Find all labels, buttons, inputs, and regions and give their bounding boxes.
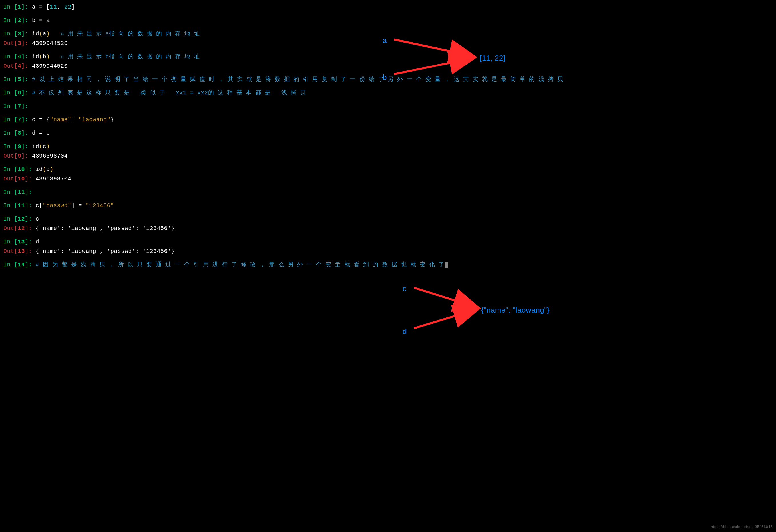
prompt-number: 12 bbox=[18, 225, 25, 232]
prompt-number: 11 bbox=[18, 202, 25, 209]
reference-diagram-cd: c d {"name": "laowang"} bbox=[400, 277, 628, 340]
token-code: } bbox=[111, 116, 114, 123]
token-paren: ( bbox=[39, 143, 43, 150]
prompt-number: 13 bbox=[18, 248, 25, 255]
token-paren: ) bbox=[46, 31, 50, 37]
prompt-number: 6 bbox=[18, 90, 21, 96]
prompt-number: 7 bbox=[18, 116, 21, 123]
in-prompt: In [ bbox=[3, 189, 18, 196]
input-line: In [12]: c bbox=[3, 214, 773, 224]
prompt-number: 2 bbox=[18, 17, 21, 24]
token-paren: ) bbox=[50, 166, 54, 173]
token-output: 4399944520 bbox=[32, 63, 68, 69]
out-prompt: Out[ bbox=[3, 40, 18, 46]
out-prompt: Out[ bbox=[3, 63, 18, 69]
token-code: c bbox=[32, 116, 39, 123]
in-prompt: In [ bbox=[3, 261, 18, 268]
token-code: d bbox=[36, 239, 39, 245]
prompt-number: 14 bbox=[18, 261, 25, 268]
token-paren: ) bbox=[46, 143, 50, 150]
token-output: {'name': 'laowang', 'passwd': '123456'} bbox=[36, 225, 175, 232]
input-line: In [4]: id(b) # 用 来 显 示 b指 向 的 数 据 的 内 存… bbox=[3, 52, 773, 61]
prompt-number: 8 bbox=[18, 130, 21, 137]
token-code: [ bbox=[46, 4, 50, 10]
prompt-number: 3 bbox=[18, 31, 21, 37]
token-number: 22 bbox=[64, 4, 71, 10]
in-prompt: In [ bbox=[3, 116, 18, 123]
token-code: b bbox=[32, 17, 39, 24]
input-line: In [6]: # 不 仅 列 表 是 这 样 只 要 是 类 似 于 xx1 … bbox=[3, 88, 773, 97]
output-line: Out[13]: {'name': 'laowang', 'passwd': '… bbox=[3, 247, 773, 256]
token-code: a bbox=[32, 4, 39, 10]
token-comment: # 不 仅 列 表 是 这 样 只 要 是 类 似 于 xx1 = xx2的 这… bbox=[32, 90, 306, 96]
token-code: a bbox=[46, 17, 50, 24]
out-prompt: Out[ bbox=[3, 225, 18, 232]
token-code: c[ bbox=[36, 202, 43, 209]
prompt-number: 11 bbox=[18, 189, 25, 196]
token-output: {'name': 'laowang', 'passwd': '123456'} bbox=[36, 248, 175, 255]
prompt-number: 4 bbox=[18, 63, 21, 69]
token-code: , bbox=[57, 4, 64, 10]
in-prompt: In [ bbox=[3, 76, 18, 83]
token-paren: ) bbox=[46, 53, 50, 60]
token-paren: ( bbox=[39, 53, 43, 60]
prompt-number: 5 bbox=[18, 76, 21, 83]
in-prompt: In [ bbox=[3, 130, 18, 137]
token-comment: # 用 来 显 示 b指 向 的 数 据 的 内 存 地 址 bbox=[60, 53, 200, 60]
output-line: Out[3]: 4399944520 bbox=[3, 38, 773, 48]
svg-line-5 bbox=[414, 310, 475, 328]
input-line: In [8]: d = c bbox=[3, 128, 773, 138]
ipython-terminal[interactable]: In [1]: a = [11, 22]In [2]: b = aIn [3]:… bbox=[3, 2, 773, 269]
token-code: : bbox=[71, 116, 78, 123]
in-prompt: In [ bbox=[3, 103, 18, 109]
cursor-icon bbox=[445, 262, 448, 268]
token-code: d bbox=[32, 130, 39, 137]
prompt-number: 4 bbox=[18, 53, 21, 60]
prompt-number: 1 bbox=[18, 4, 21, 10]
in-prompt: In [ bbox=[3, 239, 18, 245]
token-code: = bbox=[39, 4, 46, 10]
prompt-number: 9 bbox=[18, 153, 21, 159]
token-string: "123456" bbox=[86, 202, 114, 209]
in-prompt: In [ bbox=[3, 143, 18, 150]
prompt-number: 10 bbox=[18, 166, 25, 173]
in-prompt: In [ bbox=[3, 17, 18, 24]
input-line: In [13]: d bbox=[3, 237, 773, 247]
output-line: Out[10]: 4396398704 bbox=[3, 174, 773, 184]
input-line: In [7]: bbox=[3, 101, 773, 111]
token-code: ] bbox=[71, 4, 75, 10]
token-code: c bbox=[36, 216, 39, 222]
input-line: In [2]: b = a bbox=[3, 16, 773, 25]
input-line: In [7]: c = {"name": "laowang"} bbox=[3, 115, 773, 124]
token-comment: # 因 为 都 是 浅 拷 贝 ， 所 以 只 要 通 过 一 个 引 用 进 … bbox=[36, 261, 444, 268]
token-output: 4396398704 bbox=[36, 176, 71, 182]
input-line: In [5]: # 以 上 结 果 相 同 ， 说 明 了 当 给 一 个 变 … bbox=[3, 75, 773, 84]
in-prompt: In [ bbox=[3, 202, 18, 209]
token-code: = bbox=[39, 17, 46, 24]
token-string: "name" bbox=[50, 116, 71, 123]
input-line: In [1]: a = [11, 22] bbox=[3, 2, 773, 12]
in-prompt: In [ bbox=[3, 31, 18, 37]
token-paren: ( bbox=[39, 31, 43, 37]
token-code bbox=[50, 53, 61, 60]
token-code: a bbox=[43, 31, 46, 37]
token-code: d bbox=[46, 166, 50, 173]
token-code: id bbox=[36, 166, 43, 173]
prompt-number: 7 bbox=[18, 103, 21, 109]
token-code: id bbox=[32, 53, 39, 60]
token-code: = bbox=[78, 202, 86, 209]
token-output: 4399944520 bbox=[32, 40, 68, 46]
prompt-number: 12 bbox=[18, 216, 25, 222]
watermark: https://blog.csdn.net/qq_35456045 bbox=[711, 524, 773, 530]
input-line: In [3]: id(a) # 用 来 显 示 a指 向 的 数 据 的 内 存… bbox=[3, 29, 773, 38]
token-code: b bbox=[43, 53, 46, 60]
input-line: In [9]: id(c) bbox=[3, 142, 773, 151]
output-line: Out[12]: {'name': 'laowang', 'passwd': '… bbox=[3, 224, 773, 233]
token-code: id bbox=[32, 143, 39, 150]
out-prompt: Out[ bbox=[3, 248, 18, 255]
prompt-number: 13 bbox=[18, 239, 25, 245]
token-code bbox=[50, 31, 61, 37]
svg-line-4 bbox=[414, 288, 475, 307]
token-code: id bbox=[32, 31, 39, 37]
token-code: c bbox=[46, 130, 50, 137]
